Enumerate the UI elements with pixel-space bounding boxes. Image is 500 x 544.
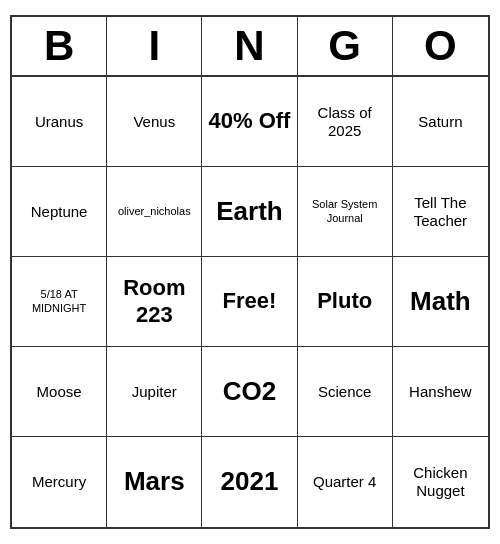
bingo-header: BINGO	[12, 17, 488, 77]
cell-r0-c4: Saturn	[393, 77, 488, 167]
header-letter: I	[107, 17, 202, 75]
cell-r4-c3: Quarter 4	[298, 437, 393, 527]
header-letter: O	[393, 17, 488, 75]
header-letter: G	[298, 17, 393, 75]
cell-r3-c1: Jupiter	[107, 347, 202, 437]
header-letter: B	[12, 17, 107, 75]
cell-r2-c1: Room 223	[107, 257, 202, 347]
cell-r1-c0: Neptune	[12, 167, 107, 257]
cell-r0-c0: Uranus	[12, 77, 107, 167]
cell-r1-c2: Earth	[202, 167, 297, 257]
cell-r0-c3: Class of 2025	[298, 77, 393, 167]
cell-r2-c3: Pluto	[298, 257, 393, 347]
cell-r2-c2: Free!	[202, 257, 297, 347]
cell-r4-c4: Chicken Nugget	[393, 437, 488, 527]
cell-r3-c3: Science	[298, 347, 393, 437]
cell-r1-c4: Tell The Teacher	[393, 167, 488, 257]
header-letter: N	[202, 17, 297, 75]
cell-r3-c4: Hanshew	[393, 347, 488, 437]
cell-r2-c4: Math	[393, 257, 488, 347]
bingo-card: BINGO UranusVenus40% OffClass of 2025Sat…	[10, 15, 490, 529]
cell-r1-c3: Solar System Journal	[298, 167, 393, 257]
cell-r4-c1: Mars	[107, 437, 202, 527]
cell-r2-c0: 5/18 AT MIDNIGHT	[12, 257, 107, 347]
cell-r3-c2: CO2	[202, 347, 297, 437]
cell-r4-c2: 2021	[202, 437, 297, 527]
cell-r0-c2: 40% Off	[202, 77, 297, 167]
cell-r3-c0: Moose	[12, 347, 107, 437]
cell-r4-c0: Mercury	[12, 437, 107, 527]
cell-r0-c1: Venus	[107, 77, 202, 167]
bingo-grid: UranusVenus40% OffClass of 2025SaturnNep…	[12, 77, 488, 527]
cell-r1-c1: oliver_nicholas	[107, 167, 202, 257]
